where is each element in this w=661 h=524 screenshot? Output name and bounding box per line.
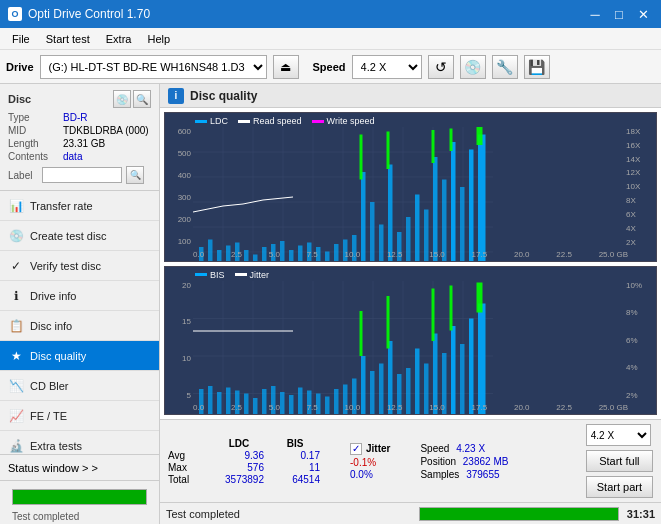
bis-col-header: BIS (270, 438, 320, 449)
jitter-legend-color (235, 273, 247, 276)
minimize-button[interactable]: ─ (585, 5, 605, 23)
sidebar-progress-fill (13, 490, 146, 504)
disc-label-key: Label (8, 170, 38, 181)
jitter-legend-label: Jitter (250, 270, 270, 280)
close-button[interactable]: ✕ (633, 5, 653, 23)
svg-rect-101 (477, 282, 483, 312)
settings-button[interactable]: 🔧 (492, 55, 518, 79)
main-layout: Disc 💿 🔍 Type BD-R MID TDKBLDRBA (000) L… (0, 84, 661, 524)
svg-rect-41 (433, 157, 438, 262)
disc-length-label: Length (8, 138, 63, 149)
disc-info-icon: 📋 (8, 318, 24, 334)
svg-rect-33 (361, 172, 366, 262)
title-bar: O Opti Drive Control 1.70 ─ □ ✕ (0, 0, 661, 28)
drive-bar: Drive (G:) HL-DT-ST BD-RE WH16NS48 1.D3 … (0, 50, 661, 84)
sidebar-item-drive-info[interactable]: ℹ Drive info (0, 281, 159, 311)
svg-rect-46 (478, 135, 486, 262)
sidebar-item-create-test-disc[interactable]: 💿 Create test disc (0, 221, 159, 251)
label-search-button[interactable]: 🔍 (126, 166, 144, 184)
bottom-status-text: Test completed (166, 508, 411, 520)
ldc-legend-color (195, 120, 207, 123)
ldc-legend-label: LDC (210, 116, 228, 126)
chart1-svg (193, 127, 493, 262)
fe-te-label: FE / TE (30, 410, 67, 422)
sidebar-item-transfer-rate[interactable]: 📊 Transfer rate (0, 191, 159, 221)
sidebar-item-disc-quality[interactable]: ★ Disc quality (0, 341, 159, 371)
max-jitter: 0.0% (350, 469, 390, 480)
speed-stat-label: Speed (420, 443, 449, 454)
disc-label-input[interactable] (42, 167, 122, 183)
status-window-button[interactable]: Status window > > (0, 455, 159, 481)
svg-rect-100 (450, 285, 453, 330)
sidebar-item-extra-tests[interactable]: 🔬 Extra tests (0, 431, 159, 454)
total-ldc: 3573892 (214, 474, 264, 485)
ldc-bis-stats: LDC BIS Avg 9.36 0.17 Max 576 11 Total 3… (168, 438, 320, 485)
chart2-svg (193, 281, 493, 416)
jitter-header: Jitter (366, 443, 390, 454)
drive-label: Drive (6, 61, 34, 73)
drive-select[interactable]: (G:) HL-DT-ST BD-RE WH16NS48 1.D3 (40, 55, 267, 79)
disc-quality-header-icon: i (168, 88, 184, 104)
buttons-area: 4.2 X Start full Start part (586, 424, 653, 498)
disc-icon-btn-1[interactable]: 💿 (113, 90, 131, 108)
charts-container: LDC Read speed Write speed 600 500 40 (160, 108, 661, 419)
status-area: Status window > > Test completed (0, 454, 159, 524)
total-bis: 64514 (270, 474, 320, 485)
menu-file[interactable]: File (4, 28, 38, 50)
maximize-button[interactable]: □ (609, 5, 629, 23)
svg-rect-47 (360, 135, 363, 180)
speed-label: Speed (313, 61, 346, 73)
disc-type-value: BD-R (63, 112, 87, 123)
avg-ldc: 9.36 (214, 450, 264, 461)
refresh-button[interactable]: ↺ (428, 55, 454, 79)
disc-icon-btn-2[interactable]: 🔍 (133, 90, 151, 108)
start-full-button[interactable]: Start full (586, 450, 653, 472)
speed-select-drive[interactable]: 4.2 X (352, 55, 422, 79)
sidebar-item-verify-test-disc[interactable]: ✓ Verify test disc (0, 251, 159, 281)
menu-help[interactable]: Help (139, 28, 178, 50)
jitter-stats: ✓ Jitter -0.1% 0.0% (350, 443, 390, 480)
chart2-y-left: 20 15 10 5 (167, 281, 191, 401)
drive-info-label: Drive info (30, 290, 76, 302)
chart1-y-left: 600 500 400 300 200 100 (167, 127, 191, 247)
sidebar-item-fe-te[interactable]: 📈 FE / TE (0, 401, 159, 431)
svg-rect-43 (451, 142, 456, 262)
chart-bis: BIS Jitter 20 15 10 5 10% (164, 266, 657, 416)
menu-extra[interactable]: Extra (98, 28, 140, 50)
write-speed-legend-label: Write speed (327, 116, 375, 126)
content-area: i Disc quality LDC Read speed (160, 84, 661, 524)
disc-quality-header: i Disc quality (160, 84, 661, 108)
app-title: Opti Drive Control 1.70 (28, 7, 150, 21)
svg-rect-45 (469, 150, 474, 262)
disc-button[interactable]: 💿 (460, 55, 486, 79)
svg-rect-49 (432, 130, 435, 163)
save-button[interactable]: 💾 (524, 55, 550, 79)
speed-select-stats[interactable]: 4.2 X (586, 424, 651, 446)
start-part-button[interactable]: Start part (586, 476, 653, 498)
max-label: Max (168, 462, 208, 473)
transfer-rate-label: Transfer rate (30, 200, 93, 212)
disc-panel: Disc 💿 🔍 Type BD-R MID TDKBLDRBA (000) L… (0, 84, 159, 191)
chart1-y-right: 18X 16X 14X 12X 10X 8X 6X 4X 2X (626, 127, 654, 247)
bottom-progress-container (419, 507, 619, 521)
cd-bler-icon: 📉 (8, 378, 24, 394)
eject-button[interactable]: ⏏ (273, 55, 299, 79)
drive-info-icon: ℹ (8, 288, 24, 304)
avg-bis: 0.17 (270, 450, 320, 461)
bottom-progress-fill (420, 508, 618, 520)
bis-legend-label: BIS (210, 270, 225, 280)
sidebar-item-disc-info[interactable]: 📋 Disc info (0, 311, 159, 341)
verify-test-disc-label: Verify test disc (30, 260, 101, 272)
max-ldc: 576 (214, 462, 264, 473)
jitter-checkbox[interactable]: ✓ (350, 443, 362, 455)
disc-quality-header-title: Disc quality (190, 89, 257, 103)
svg-rect-97 (360, 311, 363, 356)
create-test-disc-label: Create test disc (30, 230, 106, 242)
position-label: Position (420, 456, 456, 467)
transfer-rate-icon: 📊 (8, 198, 24, 214)
sidebar-item-cd-bler[interactable]: 📉 CD Bler (0, 371, 159, 401)
disc-mid-value: TDKBLDRBA (000) (63, 125, 149, 136)
read-speed-legend-color (238, 120, 250, 123)
svg-rect-99 (432, 288, 435, 341)
menu-start-test[interactable]: Start test (38, 28, 98, 50)
